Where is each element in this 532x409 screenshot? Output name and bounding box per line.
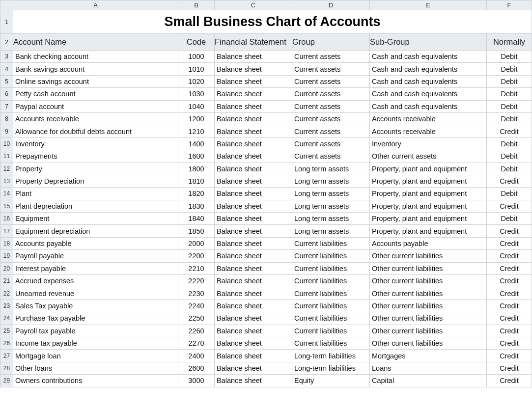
- cell-code[interactable]: 2270: [178, 337, 215, 349]
- cell-account-name[interactable]: Interest payable: [13, 262, 178, 274]
- cell-group[interactable]: Current liabilities: [292, 275, 370, 287]
- cell-normally[interactable]: Debit: [487, 188, 532, 200]
- cell-normally[interactable]: Debit: [487, 213, 532, 225]
- cell-normally[interactable]: Credit: [487, 362, 532, 374]
- cell-financial-statement[interactable]: Balance sheet: [215, 51, 292, 63]
- cell-group[interactable]: Current assets: [292, 112, 370, 125]
- row-header-21[interactable]: 21: [0, 275, 13, 287]
- cell-group[interactable]: Current liabilities: [292, 262, 370, 274]
- cell-code[interactable]: 1200: [178, 112, 215, 125]
- cell-account-name[interactable]: Unearned revenue: [13, 287, 178, 300]
- select-all-corner[interactable]: [0, 0, 13, 10]
- cell-financial-statement[interactable]: Balance sheet: [215, 287, 292, 300]
- cell-sub-group[interactable]: Cash and cash equivalents: [370, 63, 487, 75]
- cell-code[interactable]: 1000: [178, 51, 215, 63]
- row-header-3[interactable]: 3: [0, 51, 13, 63]
- row-header-5[interactable]: 5: [0, 75, 13, 87]
- cell-account-name[interactable]: Property Depreciation: [13, 175, 178, 187]
- row-header-17[interactable]: 17: [0, 225, 13, 237]
- cell-account-name[interactable]: Sales Tax payable: [13, 300, 178, 312]
- cell-account-name[interactable]: Owners contributions: [13, 375, 178, 387]
- cell-normally[interactable]: Credit: [487, 250, 532, 262]
- cell-account-name[interactable]: Other loans: [13, 362, 178, 374]
- row-header-26[interactable]: 26: [0, 337, 13, 349]
- row-header-18[interactable]: 18: [0, 237, 13, 249]
- row-header-13[interactable]: 13: [0, 175, 13, 187]
- cell-sub-group[interactable]: Mortgages: [370, 350, 487, 362]
- cell-sub-group[interactable]: Cash and cash equivalents: [370, 100, 487, 112]
- row-header-11[interactable]: 11: [0, 150, 13, 163]
- cell-normally[interactable]: Credit: [487, 325, 532, 337]
- cell-group[interactable]: Current assets: [292, 88, 370, 100]
- row-header-6[interactable]: 6: [0, 88, 13, 100]
- cell-normally[interactable]: Credit: [487, 287, 532, 300]
- cell-normally[interactable]: Debit: [487, 51, 532, 63]
- cell-account-name[interactable]: Plant: [13, 188, 178, 200]
- cell-code[interactable]: 2250: [178, 312, 215, 325]
- cell-financial-statement[interactable]: Balance sheet: [215, 375, 292, 387]
- cell-financial-statement[interactable]: Balance sheet: [215, 225, 292, 237]
- row-header-28[interactable]: 28: [0, 362, 13, 374]
- cell-group[interactable]: Current assets: [292, 63, 370, 75]
- cell-group[interactable]: Long-term liabilities: [292, 350, 370, 362]
- cell-group[interactable]: Current liabilities: [292, 237, 370, 249]
- cell-sub-group[interactable]: Cash and cash equivalents: [370, 75, 487, 87]
- cell-normally[interactable]: Credit: [487, 275, 532, 287]
- cell-normally[interactable]: Credit: [487, 312, 532, 325]
- cell-normally[interactable]: Debit: [487, 137, 532, 150]
- cell-sub-group[interactable]: Other current liabilities: [370, 337, 487, 349]
- cell-sub-group[interactable]: Property, plant and equipment: [370, 163, 487, 175]
- cell-normally[interactable]: Debit: [487, 163, 532, 175]
- cell-normally[interactable]: Credit: [487, 337, 532, 349]
- cell-code[interactable]: 3000: [178, 375, 215, 387]
- hdr-sub-group[interactable]: Sub-Group: [370, 34, 487, 51]
- cell-code[interactable]: 1040: [178, 100, 215, 112]
- cell-group[interactable]: Current liabilities: [292, 287, 370, 300]
- cell-financial-statement[interactable]: Balance sheet: [215, 137, 292, 150]
- col-header-B[interactable]: B: [178, 0, 215, 10]
- cell-account-name[interactable]: Bank checking account: [13, 51, 178, 63]
- cell-financial-statement[interactable]: Balance sheet: [215, 200, 292, 212]
- cell-normally[interactable]: Credit: [487, 237, 532, 249]
- cell-normally[interactable]: Credit: [487, 225, 532, 237]
- row-header-24[interactable]: 24: [0, 312, 13, 325]
- cell-normally[interactable]: Debit: [487, 75, 532, 87]
- cell-financial-statement[interactable]: Balance sheet: [215, 163, 292, 175]
- cell-financial-statement[interactable]: Balance sheet: [215, 150, 292, 163]
- cell-account-name[interactable]: Property: [13, 163, 178, 175]
- cell-sub-group[interactable]: Accounts receivable: [370, 112, 487, 125]
- cell-sub-group[interactable]: Inventory: [370, 137, 487, 150]
- row-header-16[interactable]: 16: [0, 213, 13, 225]
- cell-sub-group[interactable]: Cash and cash equivalents: [370, 88, 487, 100]
- cell-account-name[interactable]: Payroll payable: [13, 250, 178, 262]
- cell-group[interactable]: Current liabilities: [292, 325, 370, 337]
- row-header-7[interactable]: 7: [0, 100, 13, 112]
- cell-code[interactable]: 1210: [178, 125, 215, 137]
- cell-account-name[interactable]: Mortgage loan: [13, 350, 178, 362]
- cell-code[interactable]: 2000: [178, 237, 215, 249]
- cell-sub-group[interactable]: Other current liabilities: [370, 300, 487, 312]
- cell-normally[interactable]: Credit: [487, 200, 532, 212]
- row-header-20[interactable]: 20: [0, 262, 13, 274]
- cell-account-name[interactable]: Allowance for doubtful debts account: [13, 125, 178, 137]
- row-header-9[interactable]: 9: [0, 125, 13, 137]
- cell-account-name[interactable]: Prepayments: [13, 150, 178, 163]
- cell-sub-group[interactable]: Property, plant and equipment: [370, 200, 487, 212]
- cell-sub-group[interactable]: Other current assets: [370, 150, 487, 163]
- cell-code[interactable]: 2210: [178, 262, 215, 274]
- row-header-1[interactable]: 1: [0, 10, 13, 34]
- cell-code[interactable]: 1010: [178, 63, 215, 75]
- cell-financial-statement[interactable]: Balance sheet: [215, 188, 292, 200]
- cell-sub-group[interactable]: Other current liabilities: [370, 325, 487, 337]
- cell-sub-group[interactable]: Property, plant and equipment: [370, 175, 487, 187]
- cell-account-name[interactable]: Bank savings account: [13, 63, 178, 75]
- col-header-F[interactable]: F: [487, 0, 532, 10]
- cell-financial-statement[interactable]: Balance sheet: [215, 262, 292, 274]
- cell-sub-group[interactable]: Accounts receivable: [370, 125, 487, 137]
- row-header-19[interactable]: 19: [0, 250, 13, 262]
- cell-financial-statement[interactable]: Balance sheet: [215, 300, 292, 312]
- cell-normally[interactable]: Credit: [487, 350, 532, 362]
- cell-sub-group[interactable]: Other current liabilities: [370, 287, 487, 300]
- cell-financial-statement[interactable]: Balance sheet: [215, 250, 292, 262]
- col-header-D[interactable]: D: [292, 0, 370, 10]
